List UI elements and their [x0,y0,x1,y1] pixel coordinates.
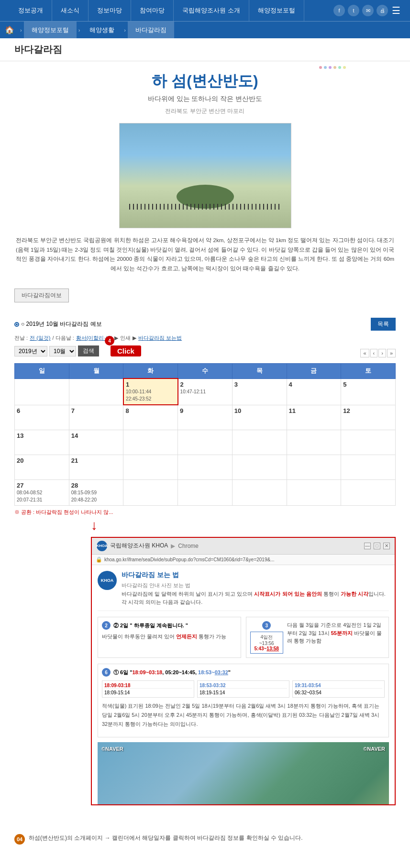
col-tue: 화 [123,364,178,379]
time-col-a-header: 18:09-03:18 [104,683,192,689]
day-times-1: 10:00-11:4422:45-23:52 [126,388,176,402]
email-icon[interactable]: ✉ [362,5,374,16]
map-naver-label-tl: ©NAVER [101,746,123,752]
calendar-week-5: 27 08:04-08:5220:07-21:31 28 08:15-09:59… [15,479,396,505]
cal-day-3[interactable]: 3 [232,378,287,405]
allday-title: ② 2일 " 하루종일 계속됩니다. " [113,622,188,629]
cal-day-7[interactable]: 7 [69,405,123,430]
popup-titlebar-left: KHOA 국립해양조사원 KHOA ▶ Chrome [97,541,199,551]
island-location: 전라북도 부안군 변산면 마포리 [14,107,396,115]
home-icon[interactable]: 🏠 [5,25,14,34]
cal-day-4[interactable]: 4 [287,378,341,405]
island-photo [119,123,291,228]
prev-page-button[interactable]: ‹ [370,349,378,357]
col-thu: 목 [232,364,287,379]
prev-day-link[interactable]: 전 (일것) [30,334,50,342]
cal-day-2[interactable]: 2 10:47-12:11 [178,378,233,405]
arrow-down-decoration: ↓ [91,519,396,532]
restore-button[interactable]: □ [374,543,380,549]
calendar-week-1: 1 10:00-11:4422:45-23:52 2 10:47-12:11 3… [15,378,396,405]
month-select[interactable]: 10월 [49,346,76,356]
popup-titlebar: KHOA 국립해양조사원 KHOA ▶ Chrome — □ ✕ [92,538,395,555]
popup-window: KHOA 국립해양조사원 KHOA ▶ Chrome — □ ✕ 🔒 khoa.… [91,537,396,805]
top-nav-item-info[interactable]: 정보공개 [10,0,52,21]
cal-day-9[interactable]: 9 [178,405,233,430]
print-label[interactable]: 인새 [120,334,131,342]
cal-day-8[interactable]: 8 [123,405,178,430]
footnote-text: 하섬(변산반도)의 소개페이지 → 캘린더에서 해당일자를 클릭하여 바다갈라짐… [29,834,303,842]
next-page-button[interactable]: › [378,349,386,357]
year-select[interactable]: 2019년 [14,346,47,356]
cal-day-empty-w5-5 [341,479,396,505]
popup-allday-section: 2 ② 2일 " 하루종일 계속됩니다. " 바닷물이 하루동안 물려져 있어 … [98,617,241,658]
top-nav-items: 정보공개 새소식 정보마당 참여마당 국립해양조사원 소개 해양정보포털 [10,0,304,21]
cal-day-5[interactable]: 5 [341,378,396,405]
cal-day-21[interactable]: 21 [69,455,123,479]
list-button[interactable]: 목록 [371,318,396,331]
top-nav-item-news[interactable]: 새소식 [52,0,89,21]
three-time-cols: 18:09-03:18 18:09-15:14 18:53-03:32 18:1… [102,680,385,698]
search-button[interactable]: 검색 [78,345,99,356]
calendar-nav-row: 전날 : 전 (일것) / 다음날 : 황서(이할리·세) ▶ 인새 ▶ 바다갈… [14,334,396,342]
last-page-button[interactable]: » [387,349,396,357]
cal-day-empty-w4-5 [341,455,396,479]
cal-day-14[interactable]: 14 [69,430,123,455]
hamburger-menu-icon[interactable]: ☰ [392,5,400,16]
calendar-section-title: ○ 2019년 10월 바다갈라짐 예보 [14,320,102,328]
cal-day-12[interactable]: 12 [341,405,396,430]
time-col-c-sub: 06:32~03:54 [295,690,382,695]
twitter-icon[interactable]: t [348,5,359,16]
day-number-2: 2 [180,381,230,388]
facebook-icon[interactable]: f [333,5,345,16]
col-wed: 수 [178,364,233,379]
island-subtitle: 바다위에 있는 또하나의 작은 변산반도 [14,95,396,103]
popup-urlbar: 🔒 khoa.go.kr/iframe/seaDivide/subPopup.d… [92,555,395,565]
cal-day-1[interactable]: 1 10:00-11:4422:45-23:52 [123,378,178,405]
time-col-a-sub: 18:09-15:14 [104,690,192,695]
hero-section: 하 섬(변산반도) 바다위에 있는 또하나의 작은 변산반도 전라북도 부안군 … [14,71,396,273]
print-icon[interactable]: 🖨 [377,5,388,16]
cal-day-20[interactable]: 20 [15,455,69,479]
date-selector: 2019년 10월 검색 4 Click [14,345,141,356]
minimize-button[interactable]: — [364,543,371,549]
cal-day-13[interactable]: 13 [15,430,69,455]
sub-nav-item-seasplit[interactable]: 바다갈라짐 [128,22,174,39]
cal-day-empty-w3-4 [287,430,341,455]
cal-day-10[interactable]: 10 [232,405,287,430]
sub-nav-item-sealife[interactable]: 해양생활 [82,22,122,39]
cal-day-empty-2 [69,378,123,405]
cal-day-empty-w5-4 [287,479,341,505]
cal-day-28[interactable]: 28 08:15-09:5920:48-22:20 [69,479,123,505]
top-nav-item-chamyeo[interactable]: 참여마당 [131,0,174,21]
radio-dot-icon [14,322,19,327]
top-nav-item-portal[interactable]: 해양정보포털 [249,0,304,21]
island-title: 하 섬(변산반도) [14,71,396,92]
close-button[interactable]: ✕ [383,543,390,549]
cal-day-11[interactable]: 11 [287,405,341,430]
calendar-title-row: ○ 2019년 10월 바다갈라짐 예보 목록 [14,318,396,331]
popup-url-text: khoa.go.kr/iframe/seaDivide/subPopup.do?… [104,557,274,562]
cal-day-empty-w3-1 [123,430,178,455]
cal-day-empty-w5-3 [232,479,287,505]
sea-split-info-button[interactable]: 바다갈라짐여보 [14,289,69,302]
guide-link[interactable]: 바다갈라짐 보는법 [138,334,182,342]
popup-content[interactable]: KHOA 바다갈라짐 보는 법 바다갈라짐 안내 사진 보는 법 바다갈라짐에 … [92,565,395,804]
khoa-logo: KHOA [97,541,107,551]
breadcrumb-sep: ▶ [133,335,136,341]
top-nav-item-infomadang[interactable]: 정보마당 [89,0,131,21]
cal-day-6[interactable]: 6 [15,405,69,430]
col-sat: 토 [341,364,396,379]
cal-day-27[interactable]: 27 08:04-08:5220:07-21:31 [15,479,69,505]
first-page-button[interactable]: « [360,349,369,357]
map-path-svg [98,742,389,804]
time-col-c-header: 19:31-03:54 [295,683,382,689]
time-col-a: 18:09-03:18 18:09-15:14 [102,680,194,698]
popup-title-text: 국립해양조사원 KHOA [110,542,168,550]
day-number-4: 4 [289,381,339,388]
sub-nav-item-portal[interactable]: 해양정보포털 [24,22,77,39]
badge-6: 6 [102,668,111,677]
calendar-year-month-title: ○ 2019년 10월 바다갈라짐 예보 [21,320,102,328]
top-nav-item-intro[interactable]: 국립해양조사원 소개 [174,0,249,21]
cal-day-empty-1 [15,378,69,405]
prev-day-label: 전날 : [14,334,28,342]
